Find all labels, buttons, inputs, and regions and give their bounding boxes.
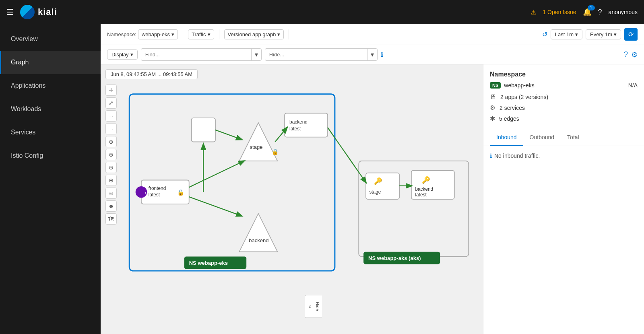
- refresh-button[interactable]: ⟳: [624, 28, 638, 41]
- move-icon[interactable]: ✛: [105, 85, 117, 96]
- panel-stats: 🖥 2 apps (2 versions) ⚙ 2 services ✱ 5 e…: [490, 93, 638, 122]
- panel-info-icon: ℹ: [490, 153, 492, 159]
- layout2-icon[interactable]: ⊛: [105, 149, 117, 160]
- settings-icon[interactable]: ⚙: [631, 50, 638, 59]
- logo: kiali: [20, 5, 57, 19]
- sidebar-item-workloads[interactable]: Workloads: [0, 97, 101, 121]
- frontend-lock-icon: 🔒: [177, 189, 184, 196]
- graph-type-group: Versioned app graph ▾: [224, 29, 289, 39]
- content-area: Namespace: webapp-eks ▾ Traffic ▾ Versio…: [101, 24, 644, 334]
- toolbar-row2: Display ▾ ▾ ▾ ℹ ? ⚙: [101, 45, 644, 64]
- frontend-arrow: ›: [144, 190, 146, 196]
- graph-svg: NS webapp-eks NS webapp-aks (aks) › fron…: [101, 64, 483, 334]
- hide-input-group: ▾: [265, 48, 378, 61]
- backend-latest-key-label1: backend: [415, 186, 433, 192]
- traffic-group: Traffic ▾: [188, 29, 219, 39]
- backend-latest-label2-top: latest: [289, 126, 301, 132]
- fit-screen-icon[interactable]: ⤢: [105, 97, 117, 109]
- toolbar-row1: Namespace: webapp-eks ▾ Traffic ▾ Versio…: [101, 24, 644, 45]
- services-label: 2 services: [500, 105, 525, 111]
- tab-outbound[interactable]: Outbound: [523, 129, 561, 146]
- logo-icon: [20, 5, 35, 19]
- info-icon[interactable]: ℹ: [381, 51, 383, 58]
- backend-latest-node-top[interactable]: [285, 113, 328, 137]
- last-time-chevron-icon: ▾: [575, 31, 578, 37]
- stage-lock-icon: 🔒: [272, 148, 279, 155]
- hide-panel-arrows-icon: »: [307, 305, 314, 308]
- frontend-label2: latest: [149, 192, 160, 198]
- hide-input[interactable]: [265, 49, 367, 60]
- right-panel: Namespace NS webapp-eks N/A 🖥 2 apps (2 …: [483, 64, 644, 334]
- graph-type-select[interactable]: Versioned app graph ▾: [224, 29, 284, 39]
- stage-key-icon: 🔑: [374, 177, 382, 186]
- toolbar-right: ↺ Last 1m ▾ Every 1m ▾ ⟳: [542, 28, 638, 41]
- find-input-group: ▾: [141, 48, 262, 61]
- last-time-select[interactable]: Last 1m ▾: [551, 29, 582, 39]
- user-label: anonymous: [609, 9, 638, 15]
- panel-tabs: Inbound Outbound Total: [483, 129, 644, 146]
- frontend-label1: frontend: [149, 186, 166, 191]
- hide-chevron-icon[interactable]: ▾: [367, 49, 377, 60]
- stage-node-top[interactable]: [239, 123, 277, 161]
- graph-type-chevron-icon: ▾: [277, 31, 280, 37]
- stage-key-label: stage: [369, 189, 381, 195]
- stage-key-node[interactable]: [366, 173, 399, 199]
- traffic-select[interactable]: Traffic ▾: [188, 29, 214, 39]
- graph-icon-toolbar: ✛ ⤢ → → ⊕ ⊛ ⊛ ⊕ ☺ ☻ 🗺: [105, 85, 117, 225]
- edge-frontend-backend: [189, 197, 242, 216]
- backend-label-bottom: backend: [249, 237, 268, 243]
- layout3-icon[interactable]: ⊛: [105, 162, 117, 173]
- apps-label: 2 apps (2 versions): [500, 94, 548, 100]
- hamburger-menu[interactable]: ☰: [6, 7, 14, 17]
- sidebar-item-overview[interactable]: Overview: [0, 27, 101, 51]
- panel-ns-row: NS webapp-eks N/A: [490, 82, 638, 89]
- layout1-icon[interactable]: ⊕: [105, 136, 117, 147]
- backend-node-bottom[interactable]: [239, 214, 277, 252]
- find-chevron-icon[interactable]: ▾: [251, 49, 261, 60]
- arrow-right2-icon[interactable]: →: [105, 123, 117, 134]
- help-circle-icon[interactable]: ?: [624, 50, 628, 59]
- empty-node[interactable]: [192, 118, 215, 142]
- namespace-label: Namespace:: [107, 31, 136, 37]
- layout4-icon[interactable]: ⊕: [105, 175, 117, 186]
- graph-area[interactable]: Jun 8, 09:42:55 AM ... 09:43:55 AM ✛ ⤢ →…: [101, 64, 483, 334]
- notifications-bell[interactable]: 🔔 1: [583, 8, 592, 16]
- settings2-icon[interactable]: ☺: [105, 188, 117, 199]
- tab-inbound[interactable]: Inbound: [490, 129, 523, 146]
- help-icon[interactable]: ?: [598, 8, 602, 16]
- tab-total[interactable]: Total: [561, 129, 586, 146]
- namespace-chevron-icon: ▾: [171, 31, 174, 37]
- sidebar-item-applications[interactable]: Applications: [0, 74, 101, 97]
- open-issue-link[interactable]: 1 Open Issue: [543, 9, 576, 15]
- hide-panel-label: Hide: [315, 302, 320, 311]
- issue-text: 1 Open Issue: [543, 9, 576, 15]
- sidebar-item-services[interactable]: Services: [0, 121, 101, 144]
- sidebar-item-istio-config[interactable]: Istio Config: [0, 144, 101, 167]
- display-label: Display: [111, 52, 129, 58]
- services-icon: ⚙: [490, 104, 495, 111]
- arrow-right-icon[interactable]: →: [105, 110, 117, 122]
- emoji-icon[interactable]: ☻: [105, 200, 117, 212]
- map-icon[interactable]: 🗺: [105, 213, 117, 225]
- history-icon[interactable]: ↺: [542, 31, 547, 38]
- no-traffic-text: No inbound traffic.: [494, 153, 540, 159]
- navbar: ☰ kiali ⚠ 1 Open Issue 🔔 1 ? anonymous: [0, 0, 644, 24]
- namespace-value: webapp-eks: [142, 31, 170, 37]
- graph-container: Jun 8, 09:42:55 AM ... 09:43:55 AM ✛ ⤢ →…: [101, 64, 644, 334]
- panel-stat-edges: ✱ 5 edges: [490, 115, 638, 122]
- graph-type-value: Versioned app graph: [228, 31, 276, 37]
- hide-panel-button[interactable]: Hide »: [305, 295, 322, 318]
- edge-backend-latest-stage-key: [328, 128, 366, 183]
- stage-label-top: stage: [250, 144, 263, 150]
- every-time-select[interactable]: Every 1m ▾: [586, 29, 621, 39]
- issue-warning-icon: ⚠: [530, 8, 536, 16]
- namespace-group: Namespace: webapp-eks ▾: [107, 29, 183, 39]
- sidebar-item-graph[interactable]: Graph: [0, 51, 101, 74]
- namespace-section: Namespace NS webapp-eks N/A 🖥 2 apps (2 …: [483, 64, 644, 129]
- find-input[interactable]: [141, 49, 251, 60]
- namespace-select[interactable]: webapp-eks ▾: [138, 29, 178, 39]
- notification-count: 1: [588, 5, 595, 10]
- display-button[interactable]: Display ▾: [107, 49, 138, 60]
- backend-key-icon: 🔑: [422, 176, 430, 184]
- edges-label: 5 edges: [499, 115, 519, 122]
